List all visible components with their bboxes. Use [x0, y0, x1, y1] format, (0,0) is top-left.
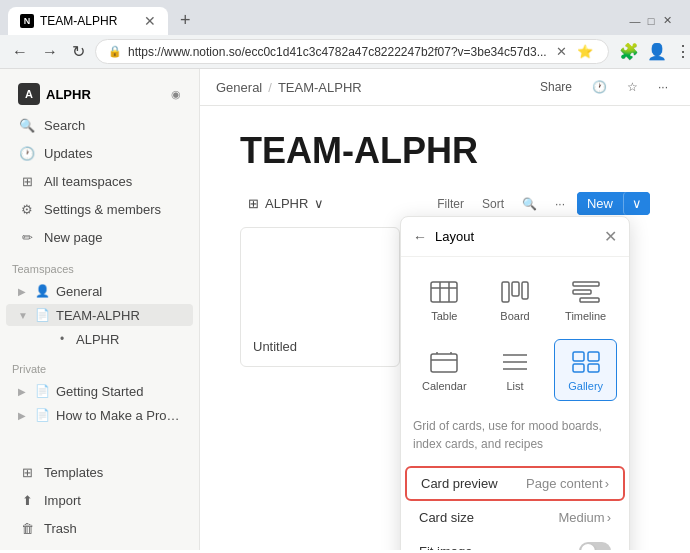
star-icon[interactable]: ✕ [553, 44, 570, 59]
tree-label-alphr: ALPHR [76, 332, 181, 347]
favorite-button[interactable]: ☆ [621, 77, 644, 97]
menu-icon[interactable]: ⋮ [675, 42, 690, 61]
layout-option-board[interactable]: Board [484, 269, 547, 331]
tree-item-team-alphr[interactable]: ▼ 📄 TEAM-ALPHR [6, 304, 193, 326]
sidebar-item-updates[interactable]: 🕐 Updates [6, 140, 193, 166]
back-button[interactable]: ← [8, 41, 32, 63]
private-section-label: Private [0, 351, 199, 379]
layout-option-table[interactable]: Table [413, 269, 476, 331]
url-actions: ✕ ⭐ [553, 44, 596, 59]
forward-button[interactable]: → [38, 41, 62, 63]
tree-label-general: General [56, 284, 181, 299]
layout-option-list[interactable]: List [484, 339, 547, 401]
layout-option-calendar[interactable]: Calendar [413, 339, 476, 401]
minimize-button[interactable]: — [628, 14, 642, 28]
workspace-header[interactable]: A ALPHR ◉ [6, 79, 193, 109]
new-entry-dropdown-button[interactable]: ∨ [623, 192, 650, 215]
db-view-chevron-icon: ∨ [314, 196, 324, 211]
sidebar-item-import[interactable]: ⬆ Import [6, 487, 193, 513]
card-size-row[interactable]: Card size Medium › [405, 502, 625, 533]
sidebar-label-import: Import [44, 493, 81, 508]
templates-icon: ⊞ [18, 463, 36, 481]
profile-icon[interactable]: 👤 [647, 42, 667, 61]
db-view-button[interactable]: ⊞ ALPHR ∨ [240, 192, 332, 215]
top-bar: General / TEAM-ALPHR Share 🕐 ☆ ··· [200, 69, 690, 106]
sidebar: A ALPHR ◉ 🔍 Search 🕐 Updates ⊞ All teams… [0, 69, 200, 550]
history-button[interactable]: 🕐 [586, 77, 613, 97]
workspace-icon: A [18, 83, 40, 105]
layout-option-gallery[interactable]: Gallery [554, 339, 617, 401]
more-db-button[interactable]: ··· [549, 194, 571, 214]
share-button[interactable]: Share [534, 77, 578, 97]
tree-item-alphr[interactable]: • ALPHR [6, 328, 193, 350]
card-preview-value-text: Page content [526, 476, 603, 491]
more-options-button[interactable]: ··· [652, 77, 674, 97]
popup-back-button[interactable]: ← [413, 229, 427, 245]
db-toolbar: ⊞ ALPHR ∨ Filter Sort 🔍 ··· New ∨ [240, 192, 650, 215]
sort-button[interactable]: Sort [476, 194, 510, 214]
sidebar-label-teamspaces: All teamspaces [44, 174, 132, 189]
tab-close-button[interactable]: ✕ [144, 13, 156, 29]
updates-icon: 🕐 [18, 144, 36, 162]
maximize-button[interactable]: □ [644, 14, 658, 28]
active-tab[interactable]: N TEAM-ALPHR ✕ [8, 7, 168, 35]
gallery-card[interactable]: Untitled [240, 227, 400, 367]
person-icon: 👤 [34, 283, 50, 299]
sidebar-item-templates[interactable]: ⊞ Templates [6, 459, 193, 485]
tree-chevron-progress: ▶ [18, 410, 32, 421]
fit-image-label: Fit image [419, 544, 579, 551]
sidebar-item-search[interactable]: 🔍 Search [6, 112, 193, 138]
trash-icon: 🗑 [18, 519, 36, 537]
breadcrumb-general[interactable]: General [216, 80, 262, 95]
db-view-name: ALPHR [265, 196, 308, 211]
layout-name-calendar: Calendar [422, 380, 467, 392]
sidebar-label-updates: Updates [44, 146, 92, 161]
fit-image-toggle[interactable] [579, 542, 611, 550]
sidebar-label-settings: Settings & members [44, 202, 161, 217]
teamspaces-icon: ⊞ [18, 172, 36, 190]
tree-item-progress[interactable]: ▶ 📄 How to Make a Progress ... [6, 404, 193, 426]
extensions-icon[interactable]: 🧩 [619, 42, 639, 61]
sidebar-item-teamspaces[interactable]: ⊞ All teamspaces [6, 168, 193, 194]
progress-icon: 📄 [34, 407, 50, 423]
sidebar-item-trash[interactable]: 🗑 Trash [6, 515, 193, 541]
search-db-button[interactable]: 🔍 [516, 194, 543, 214]
filter-button[interactable]: Filter [431, 194, 470, 214]
card-size-label: Card size [419, 510, 558, 525]
svg-rect-19 [573, 364, 584, 372]
db-view-icon: ⊞ [248, 196, 259, 211]
new-tab-button[interactable]: + [172, 6, 199, 35]
layout-option-timeline[interactable]: Timeline [554, 269, 617, 331]
teamspaces-section-label: Teamspaces [0, 251, 199, 279]
breadcrumb-current[interactable]: TEAM-ALPHR [278, 80, 362, 95]
sidebar-item-newpage[interactable]: ✏ New page [6, 224, 193, 250]
alphr-icon: • [54, 331, 70, 347]
refresh-button[interactable]: ↻ [68, 40, 89, 63]
tree-label-team-alphr: TEAM-ALPHR [56, 308, 181, 323]
card-preview-chevron-icon: › [605, 476, 609, 491]
browser-icons: 🧩 👤 ⋮ [619, 42, 690, 61]
sidebar-item-settings[interactable]: ⚙ Settings & members [6, 196, 193, 222]
new-entry-button[interactable]: New [577, 192, 623, 215]
close-button[interactable]: ✕ [660, 14, 674, 28]
breadcrumb: General / TEAM-ALPHR [216, 80, 534, 95]
svg-rect-8 [573, 290, 591, 294]
page-area: TEAM-ALPHR ⊞ ALPHR ∨ Filter Sort 🔍 ··· N… [200, 106, 690, 550]
bookmark-icon[interactable]: ⭐ [574, 44, 596, 59]
popup-close-button[interactable]: ✕ [604, 227, 617, 246]
list-layout-icon [497, 348, 533, 376]
tree-item-getting-started[interactable]: ▶ 📄 Getting Started [6, 380, 193, 402]
toggle-thumb [581, 544, 595, 550]
card-preview-row[interactable]: Card preview Page content › [405, 466, 625, 501]
tree-item-general[interactable]: ▶ 👤 General [6, 280, 193, 302]
url-bar[interactable]: 🔒 https://www.notion.so/ecc0c1d41c3c4782… [95, 39, 609, 64]
tree-chevron-getting-started: ▶ [18, 386, 32, 397]
card-size-value: Medium › [558, 510, 611, 525]
workspace-name: ALPHR [46, 87, 171, 102]
layout-name-gallery: Gallery [568, 380, 603, 392]
fit-image-row[interactable]: Fit image [405, 534, 625, 550]
popup-header: ← Layout ✕ [401, 217, 629, 257]
newpage-icon: ✏ [18, 228, 36, 246]
app: A ALPHR ◉ 🔍 Search 🕐 Updates ⊞ All teams… [0, 69, 690, 550]
sidebar-label-trash: Trash [44, 521, 77, 536]
